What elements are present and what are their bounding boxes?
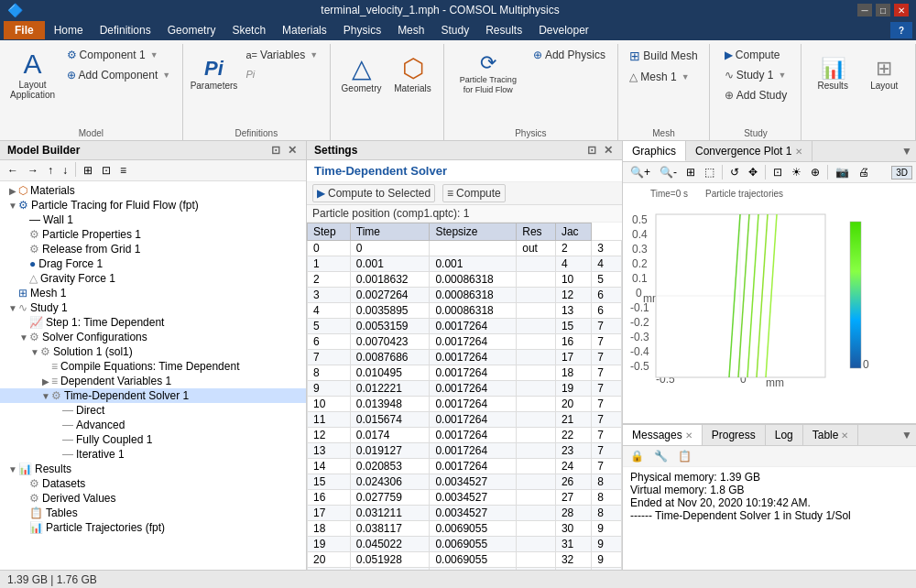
graphics-canvas[interactable]: Time=0 s Particle trajectories mm mm 0.5… (623, 183, 916, 423)
settings-table-content[interactable]: Step Time Stepsize Res Jac 00out2310.001… (307, 223, 622, 570)
menu-results[interactable]: Results (478, 21, 529, 39)
close-btn[interactable]: ✕ (894, 4, 909, 16)
tree-item-df1[interactable]: ● Drag Force 1 (0, 256, 306, 271)
tree-item-results[interactable]: ▼ 📊 Results (0, 462, 306, 476)
compute-btn[interactable]: ▶ Compute (720, 46, 791, 64)
study1-btn[interactable]: ∿ Study 1 ▼ (720, 66, 791, 84)
light-btn[interactable]: ☀ (788, 164, 805, 180)
tree-item-sol1[interactable]: ▼ ⚙ Solution 1 (sol1) (0, 344, 306, 359)
pi-small-btn[interactable]: Pi (241, 66, 322, 82)
panel-undock-btn[interactable]: ⊡ (269, 144, 282, 157)
tree-item-rfg1[interactable]: ⚙ Release from Grid 1 (0, 242, 306, 256)
tree-item-depvar[interactable]: ▶ ≡ Dependent Variables 1 (0, 374, 306, 388)
scene-btn[interactable]: ⊡ (769, 164, 786, 180)
help-btn[interactable]: ? (890, 22, 912, 38)
add-component-btn[interactable]: ⊕ Add Component ▼ (62, 66, 176, 84)
filter-btn[interactable]: 🔧 (650, 448, 671, 464)
tree-item-iterative[interactable]: — Iterative 1 (0, 447, 306, 462)
menu-definitions[interactable]: Definitions (93, 21, 158, 39)
menu-home[interactable]: Home (47, 21, 91, 39)
compute-btn2[interactable]: ≡ Compute (442, 184, 506, 202)
settings-close-btn[interactable]: ✕ (602, 144, 615, 157)
tree-item-tds1[interactable]: ▼ ⚙ Time-Dependent Solver 1 (0, 388, 306, 403)
tree-item-study1[interactable]: ▼ ∿ Study 1 (0, 300, 306, 315)
tree-item-mesh1[interactable]: ⊞ Mesh 1 (0, 286, 306, 300)
print-btn[interactable]: 🖨 (855, 164, 873, 180)
axes-btn[interactable]: ⊕ (807, 164, 823, 180)
tab-progress[interactable]: Progress (703, 425, 766, 445)
maximize-btn[interactable]: □ (876, 4, 890, 16)
tree-item-materials[interactable]: ▶ ⬡ Materials (0, 183, 306, 198)
menu-study[interactable]: Study (433, 21, 476, 39)
tree-item-solverconf[interactable]: ▼ ⚙ Solver Configurations (0, 330, 306, 344)
nav-forward-btn[interactable]: → (24, 162, 42, 179)
compute-to-selected-btn[interactable]: ▶ Compute to Selected (312, 184, 435, 202)
zoom-box-btn[interactable]: ⬚ (701, 164, 718, 180)
tab-log[interactable]: Log (766, 425, 803, 445)
ribbon-geometry-group: △ Geometry ⬡ Materials (331, 44, 445, 140)
convergence-tab-close[interactable]: ✕ (795, 147, 802, 157)
nav-up-btn[interactable]: ↑ (44, 162, 57, 179)
collapse-all-btn[interactable]: ⊡ (98, 162, 114, 179)
menu-mesh[interactable]: Mesh (390, 21, 431, 39)
add-study-btn[interactable]: ⊕ Add Study (720, 86, 791, 104)
copy-btn[interactable]: 📋 (674, 448, 695, 464)
bottom-panel-menu[interactable]: ▼ (898, 425, 916, 445)
zoom-in-btn[interactable]: 🔍+ (627, 164, 654, 180)
menu-geometry[interactable]: Geometry (160, 21, 224, 39)
tree-item-gf1[interactable]: △ Gravity Force 1 (0, 271, 306, 286)
tree-item-step1[interactable]: 📈 Step 1: Time Dependent (0, 315, 306, 330)
messages-tab-close[interactable]: ✕ (685, 430, 692, 441)
tree-item-tables[interactable]: 📋 Tables (0, 506, 306, 520)
results-btn[interactable]: 📊 Results (809, 44, 856, 103)
tree-item-direct[interactable]: — Direct (0, 403, 306, 418)
geometry-btn[interactable]: △ Geometry (338, 44, 386, 103)
rotate-btn[interactable]: ↺ (726, 164, 743, 180)
tree-item-compile[interactable]: ≡ Compile Equations: Time Dependent (0, 359, 306, 374)
tree-item-ptff[interactable]: ▼ ⚙ Particle Tracing for Fluid Flow (fpt… (0, 198, 306, 212)
mesh1-btn[interactable]: △ Mesh 1 ▼ (625, 68, 702, 86)
zoom-out-btn[interactable]: 🔍- (656, 164, 681, 180)
variables-btn[interactable]: a= Variables ▼ (241, 46, 322, 64)
tab-table[interactable]: Table ✕ (803, 425, 859, 445)
add-physics-btn[interactable]: ⊕ Add Physics (529, 46, 610, 64)
menu-physics[interactable]: Physics (336, 21, 388, 39)
layout-btn[interactable]: ⊞ Layout (860, 44, 908, 103)
menu-materials[interactable]: Materials (275, 21, 334, 39)
parameters-btn[interactable]: Pi Parameters (190, 44, 237, 103)
tab-convergence[interactable]: Convergence Plot 1 ✕ (686, 141, 812, 161)
tree-item-datasets[interactable]: ⚙ Datasets (0, 476, 306, 491)
svg-text:0.5: 0.5 (632, 213, 648, 226)
tab-messages[interactable]: Messages ✕ (623, 425, 703, 445)
tree-item-pp1[interactable]: ⚙ Particle Properties 1 (0, 227, 306, 242)
menu-sketch[interactable]: Sketch (224, 21, 273, 39)
3d-toggle[interactable]: 3D (891, 166, 912, 180)
file-menu[interactable]: File (4, 21, 45, 39)
tree-item-pt-fpt[interactable]: 📊 Particle Trajectories (fpt) (0, 520, 306, 535)
expand-all-btn[interactable]: ⊞ (80, 162, 96, 179)
zoom-fit-btn[interactable]: ⊞ (682, 164, 699, 180)
tree-item-advanced[interactable]: — Advanced (0, 418, 306, 432)
component-dropdown[interactable]: ⚙ Component 1 ▼ (62, 46, 176, 64)
panel-close-btn[interactable]: ✕ (286, 144, 299, 157)
tree-item-wall1[interactable]: — Wall 1 (0, 212, 306, 227)
minimize-btn[interactable]: ─ (857, 4, 872, 16)
nav-down-btn[interactable]: ↓ (59, 162, 71, 179)
lock-btn[interactable]: 🔒 (627, 448, 648, 464)
materials-btn[interactable]: ⬡ Materials (389, 44, 437, 103)
more-btn[interactable]: ≡ (116, 162, 130, 179)
tree-item-derived[interactable]: ⚙ Derived Values (0, 491, 306, 506)
pan-btn[interactable]: ✥ (745, 164, 761, 180)
application-btn[interactable]: A Layout Application (7, 44, 59, 106)
settings-undock-btn[interactable]: ⊡ (585, 144, 598, 157)
mesh1-tree-label: Mesh 1 (30, 287, 66, 299)
camera-btn[interactable]: 📷 (832, 164, 853, 180)
table-tab-close[interactable]: ✕ (841, 430, 848, 441)
tree-item-fc1[interactable]: — Fully Coupled 1 (0, 432, 306, 447)
tab-graphics[interactable]: Graphics (623, 141, 686, 161)
menu-developer[interactable]: Developer (531, 21, 596, 39)
ptff-btn[interactable]: ⟳ Particle Tracing for Fluid Flow (452, 44, 525, 103)
build-mesh-btn[interactable]: ⊞ Build Mesh (625, 46, 702, 66)
nav-back-btn[interactable]: ← (4, 162, 22, 179)
graphics-panel-menu[interactable]: ▼ (898, 141, 916, 161)
